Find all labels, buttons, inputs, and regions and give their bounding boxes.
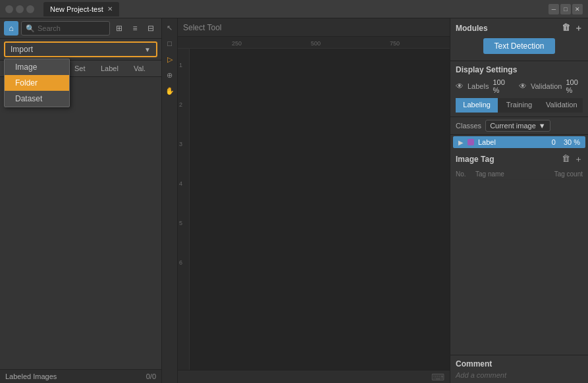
dropdown-item-folder[interactable]: Folder bbox=[5, 75, 69, 91]
vtool-hand[interactable]: ✋ bbox=[163, 84, 176, 97]
import-arrow-icon: ▼ bbox=[144, 46, 151, 53]
class-pct: 30 % bbox=[564, 138, 580, 146]
image-tag-trash-icon[interactable]: 🗑 bbox=[562, 153, 570, 165]
keyboard-icon: ⌨ bbox=[431, 372, 444, 382]
image-tag-section: Image Tag 🗑 ＋ No. Tag name Tag count bbox=[450, 149, 588, 355]
modules-trash-icon[interactable]: 🗑 bbox=[562, 22, 570, 34]
modules-section: Modules 🗑 ＋ Text Detection bbox=[450, 18, 588, 61]
ruler-content: 250 500 750 bbox=[192, 37, 450, 48]
traffic-lights bbox=[5, 5, 34, 13]
window-controls: ─ □ ✕ bbox=[548, 4, 583, 14]
title-bar: New Project-test ✕ ─ □ ✕ bbox=[0, 0, 588, 18]
ruler-v-5: 5 bbox=[179, 220, 182, 226]
display-row: 👁 Labels 100 % 👁 Validation 100 % bbox=[456, 78, 583, 94]
modules-add-icon[interactable]: ＋ bbox=[574, 22, 583, 34]
grid-icon[interactable]: ⊟ bbox=[144, 22, 157, 35]
ruler-v-4: 4 bbox=[179, 180, 182, 187]
right-panel: Modules 🗑 ＋ Text Detection Display Setti… bbox=[450, 18, 588, 383]
select-tool-label: Select Tool bbox=[183, 23, 221, 32]
search-box[interactable]: 🔍 Search bbox=[21, 21, 110, 36]
image-tag-add-icon[interactable]: ＋ bbox=[574, 153, 583, 165]
comment-input[interactable]: Add a comment bbox=[456, 371, 583, 379]
tab-close-icon[interactable]: ✕ bbox=[107, 5, 113, 13]
tag-table-header: No. Tag name Tag count bbox=[456, 169, 583, 180]
dropdown-item-dataset[interactable]: Dataset bbox=[5, 91, 69, 107]
th-set: Set bbox=[72, 63, 98, 74]
home-button[interactable]: ⌂ bbox=[4, 21, 18, 36]
labeled-count: 0/0 bbox=[146, 372, 156, 380]
top-ruler: 250 500 750 bbox=[178, 37, 450, 49]
traffic-light-2 bbox=[16, 5, 24, 13]
traffic-light-1 bbox=[5, 5, 13, 13]
filter-icon[interactable]: ⊞ bbox=[113, 22, 126, 35]
comment-title: Comment bbox=[456, 359, 583, 369]
modules-label: Modules bbox=[456, 24, 488, 33]
image-tag-title: Image Tag bbox=[456, 155, 494, 164]
module-tabs: Labeling Training Validation bbox=[456, 98, 583, 113]
canvas-area: Select Tool 250 500 750 1 2 3 4 5 6 ⌨ bbox=[178, 18, 450, 383]
canvas-bottom: ⌨ bbox=[178, 370, 450, 383]
tab-new-project[interactable]: New Project-test ✕ bbox=[43, 2, 119, 16]
text-detection-button[interactable]: Text Detection bbox=[483, 38, 554, 54]
modules-icons: 🗑 ＋ bbox=[562, 22, 583, 34]
ruler-mark-750: 750 bbox=[390, 40, 400, 47]
class-expand-icon[interactable]: ▶ bbox=[458, 139, 464, 146]
minimize-button[interactable]: ─ bbox=[548, 4, 559, 14]
table-body bbox=[0, 77, 161, 369]
ruler-v-1: 1 bbox=[179, 62, 182, 68]
class-color-swatch bbox=[468, 139, 474, 145]
image-tag-icons: 🗑 ＋ bbox=[562, 153, 583, 165]
import-section: Import ▼ Image Folder Dataset bbox=[0, 39, 161, 61]
maximize-button[interactable]: □ bbox=[560, 4, 571, 14]
import-button[interactable]: Import ▼ bbox=[4, 41, 157, 57]
current-image-dropdown[interactable]: Current image ▼ bbox=[485, 120, 550, 132]
th-label: Label bbox=[98, 63, 131, 74]
display-settings-title: Display Settings bbox=[456, 65, 583, 74]
tab-labeling[interactable]: Labeling bbox=[456, 98, 498, 113]
tag-th-no: No. bbox=[456, 170, 475, 178]
left-ruler: 1 2 3 4 5 6 bbox=[178, 49, 190, 370]
labels-label: Labels bbox=[468, 82, 489, 90]
class-name: Label bbox=[478, 138, 548, 146]
ruler-v-6: 6 bbox=[179, 259, 182, 266]
eye-icon-labels: 👁 bbox=[456, 82, 464, 91]
left-sidebar: ⌂ 🔍 Search ⊞ ≡ ⊟ Import ▼ Image Folder D… bbox=[0, 18, 162, 383]
comment-section: Comment Add a comment bbox=[450, 355, 588, 383]
image-tag-header: Image Tag 🗑 ＋ bbox=[456, 153, 583, 165]
dropdown-item-image[interactable]: Image bbox=[5, 59, 69, 75]
vtool-active[interactable]: ▷ bbox=[163, 53, 176, 66]
modules-title: Modules 🗑 ＋ bbox=[456, 22, 583, 34]
import-dropdown: Image Folder Dataset bbox=[4, 59, 70, 107]
classes-label: Classes bbox=[456, 122, 481, 130]
current-image-label: Current image bbox=[490, 122, 536, 130]
dropdown-arrow-icon: ▼ bbox=[539, 122, 546, 130]
list-icon[interactable]: ≡ bbox=[128, 22, 142, 35]
labels-pct: 100 % bbox=[493, 78, 510, 94]
display-settings: Display Settings 👁 Labels 100 % 👁 Valida… bbox=[450, 61, 588, 117]
tab-label: New Project-test bbox=[50, 5, 103, 13]
title-bar-left: New Project-test ✕ bbox=[5, 2, 119, 16]
validation-pct: 100 % bbox=[566, 78, 583, 94]
traffic-light-3 bbox=[26, 5, 34, 13]
class-count: 0 bbox=[552, 138, 556, 146]
import-label: Import bbox=[11, 45, 33, 54]
ruler-v-2: 2 bbox=[179, 101, 182, 108]
canvas-main: 1 2 3 4 5 6 bbox=[178, 49, 450, 370]
ruler-mark-500: 500 bbox=[311, 40, 321, 47]
tag-th-name: Tag name bbox=[475, 170, 543, 178]
ruler-v-3: 3 bbox=[179, 141, 182, 147]
canvas-content[interactable] bbox=[190, 49, 450, 370]
close-button[interactable]: ✕ bbox=[572, 4, 583, 14]
validation-label: Validation bbox=[531, 82, 562, 90]
ruler-mark-250: 250 bbox=[232, 40, 242, 47]
vtool-zoom[interactable]: ⊕ bbox=[163, 68, 176, 82]
tab-validation[interactable]: Validation bbox=[541, 98, 583, 113]
search-placeholder: Search bbox=[38, 24, 61, 32]
vtool-pointer[interactable]: ↖ bbox=[163, 21, 176, 34]
app-body: ⌂ 🔍 Search ⊞ ≡ ⊟ Import ▼ Image Folder D… bbox=[0, 18, 588, 383]
vertical-toolbar: ↖ □ ▷ ⊕ ✋ bbox=[162, 18, 178, 383]
tab-training[interactable]: Training bbox=[498, 98, 540, 113]
title-tabs: New Project-test ✕ bbox=[43, 2, 119, 16]
class-item: ▶ Label 0 30 % bbox=[453, 136, 585, 148]
vtool-rect[interactable]: □ bbox=[163, 37, 176, 50]
